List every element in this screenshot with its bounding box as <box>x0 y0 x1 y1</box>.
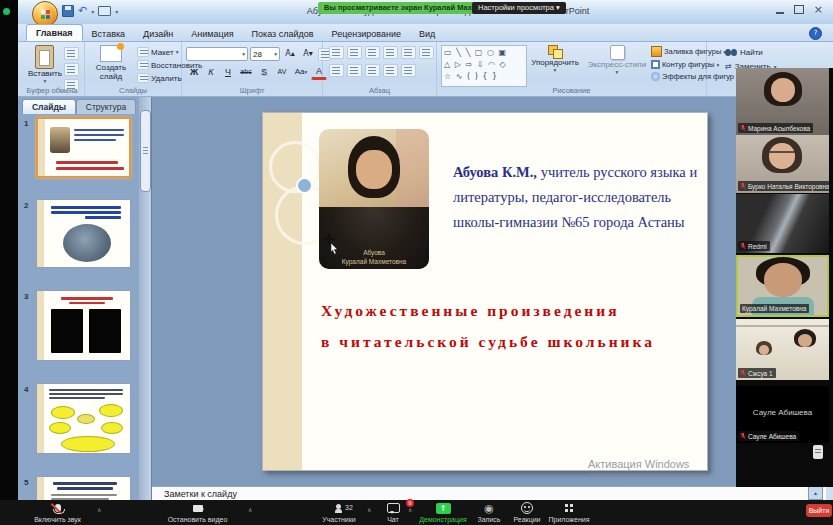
indent-decrease-icon[interactable] <box>365 46 380 59</box>
close-icon[interactable]: × <box>814 4 823 15</box>
text-shadow-button[interactable]: S <box>256 64 272 80</box>
video-panel-scrollbar[interactable] <box>813 445 823 459</box>
panel-scrollbar-thumb[interactable] <box>140 110 151 192</box>
tab-insert[interactable]: Вставка <box>83 26 134 41</box>
participant-video-camera-off[interactable]: Сауле Абишева Сауле Абишева <box>736 386 829 443</box>
align-left-icon[interactable] <box>329 64 344 77</box>
tab-slideshow[interactable]: Показ слайдов <box>243 26 323 41</box>
slide-thumbnail-5[interactable] <box>36 476 131 500</box>
character-spacing-button[interactable]: AV <box>273 64 291 80</box>
tab-slides-thumbnails[interactable]: Слайды <box>22 99 76 114</box>
tab-view[interactable]: Вид <box>410 26 444 41</box>
save-icon[interactable] <box>62 5 74 17</box>
font-size-combo[interactable]: 28▾ <box>250 47 280 61</box>
participant-video[interactable]: Redmi <box>736 194 829 253</box>
participant-video[interactable]: Бурко Наталья Викторовна <box>736 135 829 193</box>
group-clipboard: Вставить ▾ Буфер обмена <box>20 42 85 96</box>
tab-review[interactable]: Рецензирование <box>323 26 411 41</box>
video-options-caret-icon[interactable]: ∧ <box>248 506 252 513</box>
slide-canvas[interactable]: Абуова Куралай Махметовна Абуова К.М., у… <box>262 112 708 471</box>
participant-name: Марина Асылбекова <box>748 125 810 132</box>
layout-icon <box>137 47 149 57</box>
panel-scrollbar[interactable] <box>139 97 151 500</box>
arrange-button[interactable]: Упорядочить ▾ <box>527 45 583 73</box>
undo-icon[interactable]: ↶ <box>78 6 87 16</box>
undo-caret-icon[interactable]: ▾ <box>91 8 94 15</box>
participants-caret-icon[interactable]: ∧ <box>367 506 371 513</box>
tab-design[interactable]: Дизайн <box>134 26 182 41</box>
unmute-button[interactable]: Включить звук <box>20 502 95 524</box>
slide-thumbnail-2[interactable] <box>36 199 131 268</box>
participant-video-active-speaker[interactable]: Куралай Махметовна <box>736 255 829 317</box>
video-panel: Марина Асылбекова Бурко Наталья Викторов… <box>736 68 833 487</box>
window-controls: × <box>776 4 823 15</box>
columns-icon[interactable] <box>401 64 416 77</box>
minimize-icon[interactable] <box>776 12 784 14</box>
photo-face <box>356 150 391 189</box>
chat-button[interactable]: 9 Чат <box>378 502 408 524</box>
participant-video[interactable]: Сжсуа 1 <box>736 319 829 380</box>
record-button[interactable]: ◉ Запись <box>470 502 508 524</box>
italic-button[interactable]: К <box>203 64 219 80</box>
change-case-button[interactable]: Aa▾ <box>292 64 310 80</box>
notes-pane[interactable]: Заметки к слайду <box>152 486 826 500</box>
participant-name-label: Redmi <box>738 241 770 251</box>
help-icon[interactable]: ? <box>809 27 822 40</box>
tab-animations[interactable]: Анимация <box>182 26 242 41</box>
slideshow-icon[interactable] <box>98 6 111 16</box>
qat-customize-caret-icon[interactable]: ▾ <box>115 8 118 15</box>
grow-font-button[interactable]: А▴ <box>282 46 298 62</box>
zoom-toolbar: Включить звук ∧ Остановить видео ∧ 32 Уч… <box>0 500 833 525</box>
numbering-icon[interactable] <box>347 46 362 59</box>
participant-video[interactable]: Марина Асылбекова <box>736 68 829 135</box>
share-screen-button[interactable]: ↑ Демонстрация экрана <box>412 502 474 525</box>
quick-styles-button[interactable]: Экспресс-стили ▾ <box>587 45 647 75</box>
tab-outline[interactable]: Структура <box>76 99 136 114</box>
author-photo[interactable]: Абуова Куралай Махметовна <box>319 129 429 269</box>
windows-activation-watermark-line2 <box>588 473 706 477</box>
align-right-icon[interactable] <box>365 64 380 77</box>
leave-button[interactable]: Выйти <box>806 504 832 517</box>
audio-options-caret-icon[interactable]: ∧ <box>97 506 101 513</box>
slide-thumbnail-4[interactable] <box>36 383 131 454</box>
find-button[interactable]: Найти <box>725 48 776 57</box>
bold-button[interactable]: Ж <box>186 64 202 80</box>
paste-button[interactable]: Вставить ▾ <box>28 45 62 84</box>
shape-effects-icon <box>651 72 660 81</box>
restore-icon[interactable] <box>794 5 804 14</box>
text-direction-icon[interactable] <box>419 46 434 59</box>
apps-button[interactable]: Приложения <box>546 502 592 524</box>
delete-icon <box>137 73 149 83</box>
font-name-combo[interactable]: ▾ <box>186 47 248 61</box>
shapes-gallery[interactable]: ▭ ╲ ╲ ▢ ○ ▣ △ ▷ ⇨ ⇩ ◠ ◇ ☆ ∿ ( ) { } <box>441 45 527 87</box>
thumb-stripe <box>38 119 45 176</box>
thumb-text <box>51 494 117 496</box>
author-text[interactable]: Абуова К.М., учитель русского языка и ли… <box>453 160 707 235</box>
notes-scrollbar-fragment[interactable]: ▴ <box>808 486 823 500</box>
slide-thumbnail-3[interactable] <box>36 290 131 361</box>
underline-button[interactable]: Ч <box>220 64 236 80</box>
stop-video-button[interactable]: Остановить видео <box>150 502 245 524</box>
letterbox-strip <box>0 0 18 500</box>
reactions-button[interactable]: Реакции <box>508 502 546 524</box>
participant-name-label: Сжсуа 1 <box>738 368 776 378</box>
line-spacing-icon[interactable] <box>401 46 416 59</box>
tab-home[interactable]: Главная <box>26 24 83 41</box>
justify-icon[interactable] <box>383 64 398 77</box>
cut-icon[interactable] <box>64 47 79 60</box>
new-slide-button[interactable]: Создать слайд <box>87 45 135 81</box>
shrink-font-button[interactable]: А▾ <box>300 46 316 62</box>
thumb-video-black <box>89 309 121 353</box>
slide-thumbnail-1[interactable] <box>36 117 131 178</box>
align-center-icon[interactable] <box>347 64 362 77</box>
copy-icon[interactable] <box>64 63 79 76</box>
view-settings-button[interactable]: Настройки просмотра ▾ <box>472 2 566 14</box>
thumb-text <box>49 397 105 399</box>
participants-button[interactable]: 32 Участники <box>315 502 363 524</box>
slide-title[interactable]: Художественные произведения в читательск… <box>321 295 701 357</box>
quick-styles-caret-icon: ▾ <box>587 69 647 75</box>
photo-caption: Куралай Махметовна <box>319 258 429 266</box>
bullets-icon[interactable] <box>329 46 344 59</box>
indent-increase-icon[interactable] <box>383 46 398 59</box>
strikethrough-button[interactable]: abc <box>237 64 255 80</box>
